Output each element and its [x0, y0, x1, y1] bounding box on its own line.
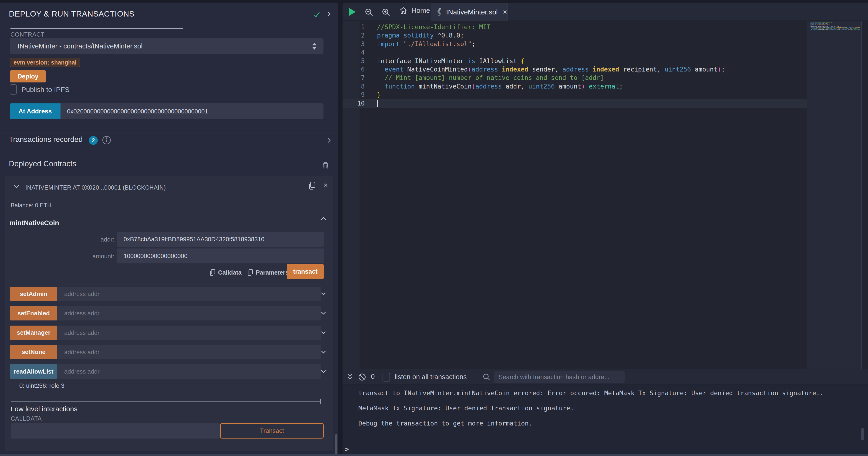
- terminal: 0 listen on all transactions transact to…: [343, 369, 868, 454]
- publish-ipfs-label: Publish to IPFS: [22, 86, 69, 94]
- select-updown-icon: [312, 43, 316, 50]
- copy-calldata-action[interactable]: Calldata: [209, 268, 242, 277]
- window-bottom-strip: [0, 454, 868, 456]
- contract-instance-title: INATIVEMINTER AT 0X020...00001 (BLOCKCHA…: [25, 184, 166, 191]
- method-output-line: 0: uint256: role 3: [19, 382, 64, 390]
- copy-icon: [247, 268, 253, 277]
- title-underline: [10, 28, 183, 29]
- editor-tabbar: Home INativeMinter.sol ×: [343, 3, 868, 21]
- amount-field-label: amount:: [75, 253, 114, 260]
- zoom-out-icon[interactable]: [365, 8, 373, 17]
- low-level-transact-button[interactable]: Transact: [220, 423, 324, 438]
- deploy-run-panel: DEPLOY & RUN TRANSACTIONS CONTRACT INati…: [0, 3, 338, 454]
- pending-tx-count: 0: [371, 373, 375, 380]
- panel-resize-handle[interactable]: [338, 3, 343, 456]
- info-icon[interactable]: i: [319, 397, 321, 406]
- copy-calldata-label: Calldata: [218, 269, 242, 276]
- tab-home[interactable]: Home: [399, 6, 430, 15]
- info-icon[interactable]: [102, 136, 111, 145]
- clear-console-icon[interactable]: [358, 373, 366, 381]
- transactions-expand-icon[interactable]: [326, 137, 332, 144]
- method-arg-placeholder: address addr: [64, 349, 100, 356]
- line-numbers: 12345678910: [343, 23, 365, 108]
- deployed-contract-card: INATIVEMINTER AT 0X020...00001 (BLOCKCHA…: [5, 176, 333, 451]
- method-button[interactable]: setAdmin: [10, 287, 57, 301]
- chevron-down-icon[interactable]: [320, 368, 327, 375]
- window-top-strip: [0, 0, 868, 3]
- at-address-input[interactable]: [61, 104, 323, 119]
- contract-close-icon[interactable]: ×: [323, 180, 328, 190]
- copy-parameters-label: Parameters: [256, 269, 289, 276]
- publish-ipfs-checkbox[interactable]: [10, 84, 17, 94]
- method-row: setEnabled address addr: [10, 306, 328, 320]
- chevron-down-icon[interactable]: [320, 329, 327, 336]
- method-button[interactable]: readAllowList: [10, 364, 57, 379]
- method-row: setAdmin address addr: [10, 287, 328, 301]
- deployed-contracts-label: Deployed Contracts: [9, 159, 76, 168]
- code-lines: //SPDX-License-Identifier: MITpragma sol…: [377, 23, 725, 108]
- copy-address-icon[interactable]: [308, 181, 316, 190]
- copy-icon: [209, 268, 216, 277]
- text-cursor: [377, 100, 378, 107]
- chevron-down-icon[interactable]: [320, 290, 327, 297]
- chevron-down-icon[interactable]: [320, 349, 327, 355]
- method-row: setManager address addr: [10, 325, 328, 340]
- left-panel-scrollbar[interactable]: [335, 434, 337, 456]
- home-icon: [399, 6, 408, 15]
- function-collapse-icon[interactable]: [319, 215, 328, 223]
- transact-button[interactable]: transact: [287, 264, 324, 279]
- tab-close-icon[interactable]: ×: [503, 8, 507, 16]
- tab-inativeminter-sol[interactable]: INativeMinter.sol ×: [431, 3, 508, 21]
- method-arg-placeholder: address addr: [64, 329, 100, 337]
- section-divider: [0, 130, 338, 131]
- at-address-button[interactable]: At Address: [10, 104, 61, 119]
- listen-all-label: listen on all transactions: [395, 373, 467, 381]
- evm-version-badge: evm version: shanghai: [10, 58, 80, 67]
- low-level-divider: [11, 401, 320, 402]
- compile-success-check-icon: [312, 10, 321, 19]
- section-divider: [0, 154, 338, 154]
- calldata-label: CALLDATA: [11, 415, 42, 422]
- function-name: mintNativeCoin: [9, 219, 59, 227]
- zoom-in-icon[interactable]: [382, 8, 391, 17]
- panel-title: DEPLOY & RUN TRANSACTIONS: [9, 9, 134, 19]
- method-arg-placeholder: address addr: [64, 310, 100, 317]
- solidity-file-icon: [436, 8, 442, 17]
- copy-parameters-action[interactable]: Parameters: [247, 268, 289, 277]
- method-button[interactable]: setNone: [10, 345, 57, 359]
- terminal-search-input[interactable]: [494, 371, 625, 383]
- deploy-button[interactable]: Deploy: [10, 70, 46, 82]
- method-button[interactable]: setManager: [10, 325, 57, 340]
- listen-all-checkbox[interactable]: [382, 373, 390, 381]
- minimap[interactable]: //SPDX-License-Identifier: MITpragma sol…: [807, 21, 862, 369]
- contract-balance: Balance: 0 ETH: [11, 202, 52, 209]
- minimap-code: //SPDX-License-Identifier: MITpragma sol…: [810, 22, 860, 32]
- method-arg-placeholder: address addr: [64, 290, 100, 297]
- low-level-title: Low level interactions: [11, 405, 78, 413]
- contract-select-value: INativeMinter - contracts/INativeMinter.…: [18, 42, 312, 50]
- amount-field-input[interactable]: [117, 249, 324, 263]
- search-icon: [483, 373, 491, 381]
- code-editor: Home INativeMinter.sol × 12345678910 //S…: [343, 3, 868, 369]
- remix-ide-window: DEPLOY & RUN TRANSACTIONS CONTRACT INati…: [0, 0, 868, 456]
- contract-collapse-icon[interactable]: [12, 182, 21, 190]
- addr-field-input[interactable]: [117, 232, 324, 247]
- transactions-recorded-label: Transactions recorded: [9, 135, 83, 144]
- terminal-prompt[interactable]: >: [345, 445, 349, 453]
- editor-content[interactable]: 12345678910 //SPDX-License-Identifier: M…: [343, 21, 868, 369]
- editor-scrollbar-track[interactable]: [862, 21, 868, 369]
- run-script-icon[interactable]: [349, 8, 355, 16]
- contract-select[interactable]: INativeMinter - contracts/INativeMinter.…: [10, 38, 323, 54]
- terminal-scrollbar[interactable]: [861, 428, 864, 440]
- method-button[interactable]: setEnabled: [10, 306, 57, 320]
- chevron-down-icon[interactable]: [320, 310, 327, 317]
- method-arg-placeholder: address addr: [64, 368, 100, 375]
- double-chevron-down-icon[interactable]: [346, 373, 354, 381]
- contract-label: CONTRACT: [10, 31, 45, 38]
- addr-field-label: addr:: [75, 236, 114, 243]
- transactions-count-badge: 2: [89, 136, 98, 145]
- trash-icon[interactable]: [321, 161, 330, 170]
- panel-expand-icon[interactable]: [325, 10, 332, 18]
- method-row: readAllowList address addr: [10, 364, 328, 379]
- calldata-input[interactable]: [11, 423, 220, 438]
